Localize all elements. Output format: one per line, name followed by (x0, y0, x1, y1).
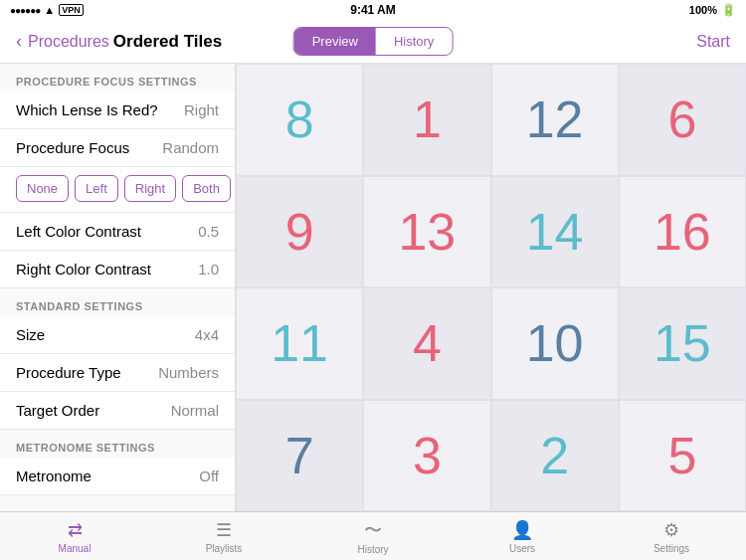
back-arrow-icon[interactable]: ‹ (16, 31, 22, 52)
breadcrumb-link[interactable]: Procedures (28, 33, 109, 51)
grid-cell[interactable]: 14 (491, 176, 619, 288)
grid-number: 14 (526, 202, 584, 262)
page-title: Ordered Tiles (113, 32, 222, 52)
header: ‹ Procedures Ordered Tiles Preview Histo… (0, 20, 746, 64)
focus-btn-none[interactable]: None (16, 175, 69, 202)
tab-history[interactable]: 〜 History (298, 512, 448, 560)
tab-settings-label: Settings (653, 543, 689, 554)
grid-number: 12 (526, 90, 584, 149)
grid-cell[interactable]: 10 (491, 287, 619, 400)
wifi-icon: ▲ (44, 4, 55, 16)
tab-history-label: History (357, 544, 388, 555)
grid-cell[interactable]: 15 (619, 287, 746, 400)
grid-cell[interactable]: 2 (491, 400, 619, 512)
tab-users[interactable]: 👤 Users (448, 512, 597, 560)
lense-red-label: Which Lense Is Red? (16, 101, 158, 118)
grid-number: 5 (667, 426, 696, 485)
target-order-value: Normal (171, 402, 219, 419)
grid-cell[interactable]: 12 (491, 64, 619, 176)
carrier-text: ●●●●●● (10, 5, 40, 16)
grid-cell[interactable]: 11 (236, 287, 363, 400)
focus-btn-both[interactable]: Both (182, 175, 231, 202)
grid-number: 10 (526, 313, 584, 373)
grid-cell[interactable]: 6 (619, 64, 746, 176)
status-bar: ●●●●●● ▲ VPN 9:41 AM 100% 🔋 (0, 0, 746, 20)
left-color-contrast-label: Left Color Contrast (16, 223, 141, 240)
grid-cell[interactable]: 13 (363, 176, 490, 288)
left-color-contrast-row[interactable]: Left Color Contrast 0.5 (0, 213, 235, 251)
grid-number: 6 (667, 90, 696, 149)
focus-btn-left[interactable]: Left (75, 175, 118, 202)
segmented-control: Preview History (293, 27, 454, 56)
tab-manual[interactable]: ⇄ Manual (0, 512, 149, 560)
grid-cell[interactable]: 16 (619, 176, 746, 288)
start-button[interactable]: Start (696, 33, 730, 51)
grid-number: 2 (540, 426, 569, 485)
metronome-value: Off (199, 467, 219, 484)
procedure-type-row[interactable]: Procedure Type Numbers (0, 354, 235, 392)
grid-number: 8 (285, 90, 314, 149)
procedure-focus-row[interactable]: Procedure Focus Random (0, 129, 235, 167)
grid-number: 1 (413, 90, 442, 149)
battery-icon: 🔋 (721, 3, 736, 17)
sidebar: PROCEDURE FOCUS SETTINGS Which Lense Is … (0, 64, 236, 511)
grid-cell[interactable]: 7 (236, 400, 363, 512)
settings-icon: ⚙ (663, 519, 679, 541)
grid-number: 15 (653, 313, 711, 373)
grid-number: 4 (413, 313, 442, 373)
grid-number: 11 (271, 313, 328, 373)
focus-btn-right[interactable]: Right (124, 175, 176, 202)
preview-tab[interactable]: Preview (294, 28, 376, 55)
focus-buttons-row: None Left Right Both Random (0, 167, 235, 213)
battery-text: 100% (689, 4, 717, 16)
history-tab[interactable]: History (376, 28, 452, 55)
tab-users-label: Users (509, 543, 535, 554)
procedure-type-value: Numbers (158, 364, 219, 381)
grid-number: 9 (285, 202, 314, 262)
grid-cell[interactable]: 9 (236, 176, 363, 288)
metronome-label: Metronome (16, 467, 92, 484)
procedure-grid: 81126913141611410157325 (236, 64, 746, 511)
right-color-contrast-value: 1.0 (198, 261, 219, 278)
grid-cell[interactable]: 5 (619, 400, 746, 512)
users-icon: 👤 (511, 519, 533, 541)
left-color-contrast-value: 0.5 (198, 223, 219, 240)
grid-number: 7 (285, 426, 314, 485)
right-color-contrast-label: Right Color Contrast (16, 261, 151, 278)
procedure-focus-label: Procedure Focus (16, 139, 129, 156)
size-row[interactable]: Size 4x4 (0, 316, 235, 354)
history-icon: 〜 (364, 518, 382, 542)
grid-number: 3 (413, 426, 442, 485)
section-procedure-focus: PROCEDURE FOCUS SETTINGS (0, 64, 235, 92)
playlists-icon: ☰ (216, 519, 232, 541)
size-label: Size (16, 326, 45, 343)
tab-manual-label: Manual (59, 543, 92, 554)
tab-bar: ⇄ Manual ☰ Playlists 〜 History 👤 Users ⚙… (0, 511, 746, 560)
status-bar-time: 9:41 AM (350, 3, 396, 17)
tab-settings[interactable]: ⚙ Settings (597, 512, 746, 560)
metronome-row[interactable]: Metronome Off (0, 458, 235, 495)
grid-number: 13 (398, 202, 456, 262)
main-content: PROCEDURE FOCUS SETTINGS Which Lense Is … (0, 64, 746, 511)
tab-playlists-label: Playlists (206, 543, 243, 554)
header-left: ‹ Procedures Ordered Tiles (16, 31, 222, 52)
target-order-label: Target Order (16, 402, 99, 419)
grid-cell[interactable]: 3 (363, 400, 490, 512)
procedure-type-label: Procedure Type (16, 364, 121, 381)
status-bar-left: ●●●●●● ▲ VPN (10, 4, 84, 16)
grid-number: 16 (653, 202, 711, 262)
section-metronome: METRONOME SETTINGS (0, 430, 235, 458)
lense-red-row[interactable]: Which Lense Is Red? Right (0, 92, 235, 129)
grid-cell[interactable]: 8 (236, 64, 363, 176)
grid-cell[interactable]: 4 (363, 287, 490, 400)
size-value: 4x4 (195, 326, 219, 343)
right-color-contrast-row[interactable]: Right Color Contrast 1.0 (0, 251, 235, 288)
lense-red-value: Right (184, 101, 219, 118)
procedure-focus-value: Random (162, 139, 219, 156)
tab-playlists[interactable]: ☰ Playlists (149, 512, 298, 560)
target-order-row[interactable]: Target Order Normal (0, 392, 235, 430)
section-standard: STANDARD SETTINGS (0, 288, 235, 316)
vpn-badge: VPN (59, 4, 84, 16)
status-bar-right: 100% 🔋 (689, 3, 736, 17)
grid-cell[interactable]: 1 (363, 64, 490, 176)
